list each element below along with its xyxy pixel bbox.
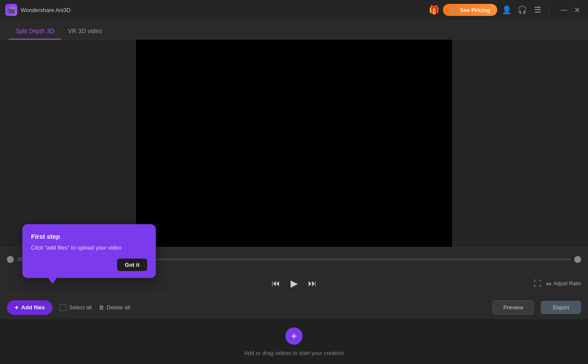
fast-forward-icon: ⏭ — [308, 278, 317, 288]
headphone-button[interactable]: 🎧 — [516, 4, 528, 16]
preview-button[interactable]: Preview — [492, 300, 534, 315]
popover-title: First step — [31, 233, 147, 240]
fullscreen-icon: ⛶ — [534, 279, 542, 288]
app-logo: 🎬 — [5, 4, 17, 16]
minimize-button[interactable]: — — [558, 4, 570, 16]
popover-actions: Got it — [31, 259, 147, 271]
add-files-button[interactable]: + Add files — [7, 300, 53, 315]
content-area: 00:0 ⏮ ▶ ⏭ ⛶ ⇔ Adjust Ratio — [0, 40, 588, 364]
play-button[interactable]: ▶ — [291, 278, 298, 289]
drop-zone[interactable]: + Add or drag videos to start your creat… — [0, 319, 588, 364]
logo-icon: 🎬 — [8, 6, 15, 13]
tab-vr-3d[interactable]: VR 3D video — [61, 23, 109, 40]
preview-label: Preview — [503, 304, 523, 311]
window-controls: — ✕ — [558, 4, 583, 16]
play-icon: ▶ — [291, 278, 298, 289]
titlebar: 🎬 Wondershare Ani3D 🎁 🛒 See Pricing 👤 🎧 … — [0, 0, 588, 20]
video-row — [0, 40, 588, 247]
video-preview — [136, 40, 452, 247]
user-button[interactable]: 👤 — [501, 4, 513, 16]
left-panel — [0, 40, 136, 247]
delete-all-area[interactable]: 🗑 Delete all — [99, 304, 130, 311]
rewind-button[interactable]: ⏮ — [272, 278, 280, 288]
fullscreen-button[interactable]: ⛶ — [534, 279, 542, 288]
add-files-label: Add files — [21, 304, 45, 311]
delete-all-label: Delete all — [107, 304, 130, 311]
export-label: Export — [553, 304, 569, 311]
right-panel — [452, 40, 588, 247]
minimize-icon: — — [560, 6, 567, 14]
titlebar-controls: 🎁 🛒 See Pricing 👤 🎧 ☰ — ✕ — [429, 4, 583, 16]
export-button[interactable]: Export — [541, 301, 581, 314]
adjust-ratio-button[interactable]: ⇔ Adjust Ratio — [546, 279, 581, 287]
adjust-ratio-label: Adjust Ratio — [553, 281, 581, 287]
headphone-icon: 🎧 — [517, 5, 527, 15]
rewind-icon: ⏮ — [272, 278, 280, 288]
close-button[interactable]: ✕ — [571, 4, 583, 16]
select-all-label: Select all — [69, 304, 92, 311]
fast-forward-button[interactable]: ⏭ — [308, 278, 317, 288]
got-it-button[interactable]: Got it — [117, 259, 147, 271]
tabs-bar: Split Depth 3D VR 3D video — [0, 20, 588, 40]
app-title: Wondershare Ani3D — [21, 7, 429, 13]
user-icon: 👤 — [502, 5, 511, 15]
see-pricing-button[interactable]: 🛒 See Pricing — [443, 4, 497, 16]
select-all-area[interactable]: Select all — [59, 304, 92, 311]
delete-all-icon: 🗑 — [99, 304, 104, 311]
add-files-icon: + — [15, 304, 19, 312]
titlebar-separator — [549, 6, 549, 14]
cart-icon: 🛒 — [450, 6, 457, 13]
drop-plus-icon: + — [291, 330, 297, 342]
select-all-checkbox[interactable] — [59, 304, 66, 311]
popover-body: Click "add files" to upload your video — [31, 244, 147, 252]
first-step-popover: First step Click "add files" to upload y… — [22, 224, 156, 278]
close-icon: ✕ — [574, 6, 580, 14]
app-window: 🎬 Wondershare Ani3D 🎁 🛒 See Pricing 👤 🎧 … — [0, 0, 588, 364]
menu-button[interactable]: ☰ — [532, 4, 544, 16]
resize-icon: ⇔ — [546, 279, 551, 287]
right-side-controls: ⛶ ⇔ Adjust Ratio — [534, 279, 581, 288]
gift-icon[interactable]: 🎁 — [429, 5, 439, 15]
see-pricing-label: See Pricing — [460, 7, 490, 13]
drop-zone-label: Add or drag videos to start your creatio… — [244, 350, 344, 356]
timeline-start-thumb[interactable] — [7, 256, 14, 263]
menu-icon: ☰ — [534, 5, 541, 15]
bottom-area: + Add files Select all 🗑 Delete all Prev… — [0, 295, 588, 364]
bottom-toolbar: + Add files Select all 🗑 Delete all Prev… — [0, 295, 588, 319]
tab-split-depth[interactable]: Split Depth 3D — [9, 23, 61, 40]
timeline-end-thumb[interactable] — [574, 256, 581, 263]
drop-zone-plus[interactable]: + — [285, 327, 303, 345]
